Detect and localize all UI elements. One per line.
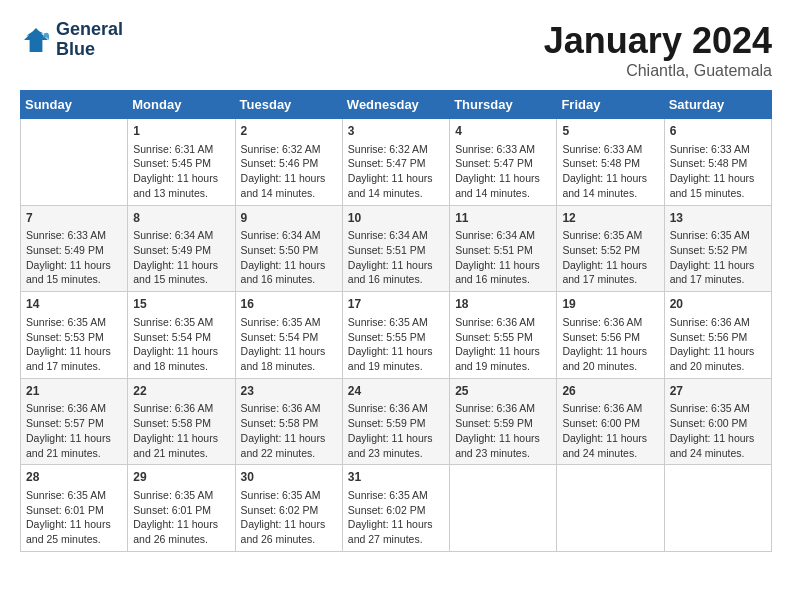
- day-detail: Sunrise: 6:35 AM Sunset: 5:54 PM Dayligh…: [133, 315, 229, 374]
- calendar-cell: [21, 119, 128, 206]
- day-number: 19: [562, 296, 658, 313]
- month-title: January 2024: [544, 20, 772, 62]
- calendar-cell: 31Sunrise: 6:35 AM Sunset: 6:02 PM Dayli…: [342, 465, 449, 552]
- day-detail: Sunrise: 6:36 AM Sunset: 5:59 PM Dayligh…: [348, 401, 444, 460]
- day-number: 27: [670, 383, 766, 400]
- day-number: 23: [241, 383, 337, 400]
- calendar-cell: 3Sunrise: 6:32 AM Sunset: 5:47 PM Daylig…: [342, 119, 449, 206]
- day-detail: Sunrise: 6:35 AM Sunset: 5:52 PM Dayligh…: [670, 228, 766, 287]
- day-number: 15: [133, 296, 229, 313]
- day-detail: Sunrise: 6:35 AM Sunset: 6:01 PM Dayligh…: [26, 488, 122, 547]
- calendar-cell: 23Sunrise: 6:36 AM Sunset: 5:58 PM Dayli…: [235, 378, 342, 465]
- day-detail: Sunrise: 6:36 AM Sunset: 5:55 PM Dayligh…: [455, 315, 551, 374]
- logo-text: General Blue: [56, 20, 123, 60]
- calendar-week-row: 28Sunrise: 6:35 AM Sunset: 6:01 PM Dayli…: [21, 465, 772, 552]
- weekday-header-wednesday: Wednesday: [342, 91, 449, 119]
- calendar-cell: 4Sunrise: 6:33 AM Sunset: 5:47 PM Daylig…: [450, 119, 557, 206]
- calendar-cell: [450, 465, 557, 552]
- day-detail: Sunrise: 6:35 AM Sunset: 6:00 PM Dayligh…: [670, 401, 766, 460]
- day-number: 16: [241, 296, 337, 313]
- calendar-cell: 24Sunrise: 6:36 AM Sunset: 5:59 PM Dayli…: [342, 378, 449, 465]
- calendar-cell: 28Sunrise: 6:35 AM Sunset: 6:01 PM Dayli…: [21, 465, 128, 552]
- calendar-cell: [557, 465, 664, 552]
- calendar-cell: 21Sunrise: 6:36 AM Sunset: 5:57 PM Dayli…: [21, 378, 128, 465]
- weekday-header-friday: Friday: [557, 91, 664, 119]
- day-number: 17: [348, 296, 444, 313]
- logo: General Blue: [20, 20, 123, 60]
- day-number: 26: [562, 383, 658, 400]
- calendar-cell: 13Sunrise: 6:35 AM Sunset: 5:52 PM Dayli…: [664, 205, 771, 292]
- day-detail: Sunrise: 6:36 AM Sunset: 5:57 PM Dayligh…: [26, 401, 122, 460]
- day-detail: Sunrise: 6:35 AM Sunset: 6:02 PM Dayligh…: [241, 488, 337, 547]
- day-number: 3: [348, 123, 444, 140]
- day-detail: Sunrise: 6:35 AM Sunset: 5:53 PM Dayligh…: [26, 315, 122, 374]
- day-number: 8: [133, 210, 229, 227]
- day-number: 4: [455, 123, 551, 140]
- day-detail: Sunrise: 6:36 AM Sunset: 5:56 PM Dayligh…: [670, 315, 766, 374]
- calendar-table: SundayMondayTuesdayWednesdayThursdayFrid…: [20, 90, 772, 552]
- calendar-week-row: 14Sunrise: 6:35 AM Sunset: 5:53 PM Dayli…: [21, 292, 772, 379]
- calendar-cell: 17Sunrise: 6:35 AM Sunset: 5:55 PM Dayli…: [342, 292, 449, 379]
- calendar-cell: 19Sunrise: 6:36 AM Sunset: 5:56 PM Dayli…: [557, 292, 664, 379]
- calendar-cell: 30Sunrise: 6:35 AM Sunset: 6:02 PM Dayli…: [235, 465, 342, 552]
- calendar-cell: 26Sunrise: 6:36 AM Sunset: 6:00 PM Dayli…: [557, 378, 664, 465]
- day-number: 14: [26, 296, 122, 313]
- day-detail: Sunrise: 6:35 AM Sunset: 6:01 PM Dayligh…: [133, 488, 229, 547]
- day-detail: Sunrise: 6:32 AM Sunset: 5:46 PM Dayligh…: [241, 142, 337, 201]
- logo-line1: General: [56, 19, 123, 39]
- calendar-cell: 7Sunrise: 6:33 AM Sunset: 5:49 PM Daylig…: [21, 205, 128, 292]
- calendar-cell: 5Sunrise: 6:33 AM Sunset: 5:48 PM Daylig…: [557, 119, 664, 206]
- day-number: 1: [133, 123, 229, 140]
- calendar-cell: 22Sunrise: 6:36 AM Sunset: 5:58 PM Dayli…: [128, 378, 235, 465]
- calendar-week-row: 1Sunrise: 6:31 AM Sunset: 5:45 PM Daylig…: [21, 119, 772, 206]
- weekday-header-thursday: Thursday: [450, 91, 557, 119]
- day-number: 10: [348, 210, 444, 227]
- day-detail: Sunrise: 6:35 AM Sunset: 6:02 PM Dayligh…: [348, 488, 444, 547]
- calendar-cell: 29Sunrise: 6:35 AM Sunset: 6:01 PM Dayli…: [128, 465, 235, 552]
- calendar-cell: 12Sunrise: 6:35 AM Sunset: 5:52 PM Dayli…: [557, 205, 664, 292]
- day-detail: Sunrise: 6:35 AM Sunset: 5:55 PM Dayligh…: [348, 315, 444, 374]
- day-number: 29: [133, 469, 229, 486]
- day-detail: Sunrise: 6:34 AM Sunset: 5:49 PM Dayligh…: [133, 228, 229, 287]
- day-detail: Sunrise: 6:34 AM Sunset: 5:51 PM Dayligh…: [455, 228, 551, 287]
- day-detail: Sunrise: 6:33 AM Sunset: 5:48 PM Dayligh…: [670, 142, 766, 201]
- day-number: 12: [562, 210, 658, 227]
- weekday-header-tuesday: Tuesday: [235, 91, 342, 119]
- day-number: 5: [562, 123, 658, 140]
- calendar-cell: 15Sunrise: 6:35 AM Sunset: 5:54 PM Dayli…: [128, 292, 235, 379]
- calendar-cell: 27Sunrise: 6:35 AM Sunset: 6:00 PM Dayli…: [664, 378, 771, 465]
- title-block: January 2024 Chiantla, Guatemala: [544, 20, 772, 80]
- day-detail: Sunrise: 6:36 AM Sunset: 6:00 PM Dayligh…: [562, 401, 658, 460]
- calendar-cell: 8Sunrise: 6:34 AM Sunset: 5:49 PM Daylig…: [128, 205, 235, 292]
- day-number: 24: [348, 383, 444, 400]
- day-number: 28: [26, 469, 122, 486]
- calendar-cell: 16Sunrise: 6:35 AM Sunset: 5:54 PM Dayli…: [235, 292, 342, 379]
- location-subtitle: Chiantla, Guatemala: [544, 62, 772, 80]
- day-number: 11: [455, 210, 551, 227]
- calendar-cell: 25Sunrise: 6:36 AM Sunset: 5:59 PM Dayli…: [450, 378, 557, 465]
- day-number: 25: [455, 383, 551, 400]
- day-detail: Sunrise: 6:36 AM Sunset: 5:58 PM Dayligh…: [133, 401, 229, 460]
- day-detail: Sunrise: 6:35 AM Sunset: 5:54 PM Dayligh…: [241, 315, 337, 374]
- day-number: 9: [241, 210, 337, 227]
- calendar-cell: 1Sunrise: 6:31 AM Sunset: 5:45 PM Daylig…: [128, 119, 235, 206]
- logo-icon: [20, 24, 52, 56]
- logo-line2: Blue: [56, 39, 95, 59]
- weekday-header-monday: Monday: [128, 91, 235, 119]
- day-detail: Sunrise: 6:36 AM Sunset: 5:56 PM Dayligh…: [562, 315, 658, 374]
- day-number: 21: [26, 383, 122, 400]
- calendar-cell: [664, 465, 771, 552]
- day-detail: Sunrise: 6:36 AM Sunset: 5:59 PM Dayligh…: [455, 401, 551, 460]
- day-detail: Sunrise: 6:34 AM Sunset: 5:50 PM Dayligh…: [241, 228, 337, 287]
- day-number: 18: [455, 296, 551, 313]
- day-number: 22: [133, 383, 229, 400]
- day-detail: Sunrise: 6:36 AM Sunset: 5:58 PM Dayligh…: [241, 401, 337, 460]
- calendar-cell: 10Sunrise: 6:34 AM Sunset: 5:51 PM Dayli…: [342, 205, 449, 292]
- weekday-header-sunday: Sunday: [21, 91, 128, 119]
- day-detail: Sunrise: 6:32 AM Sunset: 5:47 PM Dayligh…: [348, 142, 444, 201]
- day-number: 2: [241, 123, 337, 140]
- calendar-cell: 6Sunrise: 6:33 AM Sunset: 5:48 PM Daylig…: [664, 119, 771, 206]
- day-detail: Sunrise: 6:34 AM Sunset: 5:51 PM Dayligh…: [348, 228, 444, 287]
- day-detail: Sunrise: 6:31 AM Sunset: 5:45 PM Dayligh…: [133, 142, 229, 201]
- calendar-week-row: 7Sunrise: 6:33 AM Sunset: 5:49 PM Daylig…: [21, 205, 772, 292]
